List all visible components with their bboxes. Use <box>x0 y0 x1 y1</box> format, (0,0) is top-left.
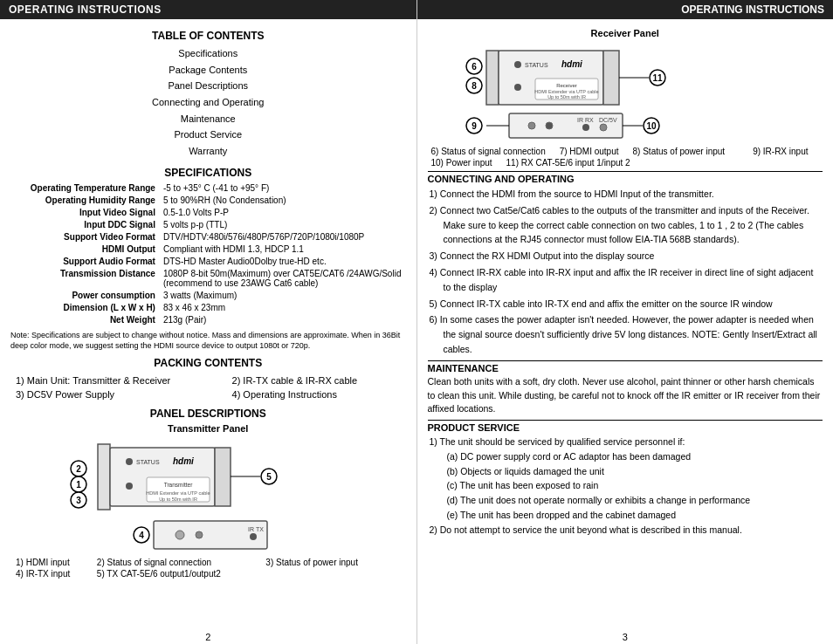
specs-title: SPECIFICATIONS <box>10 167 406 179</box>
svg-point-35 <box>514 61 521 68</box>
service-sub-items: (a) DC power supply cord or AC adaptor h… <box>430 449 823 523</box>
spec-label: Transmission Distance <box>10 268 161 290</box>
transmitter-diagram: 2 1 3 HDMI INPUT STATUS hdmi Tran <box>10 435 406 512</box>
svg-text:HDMI Extender via UTP cable: HDMI Extender via UTP cable <box>147 490 210 496</box>
spec-value: 0.5-1.0 Volts P-P <box>161 207 406 219</box>
spec-row: Operating Humidity Range 5 to 90%RH (No … <box>10 195 406 207</box>
spec-value: 3 watts (Maximum) <box>161 290 406 302</box>
spec-label: Operating Humidity Range <box>10 195 161 207</box>
svg-point-26 <box>196 531 203 538</box>
svg-rect-43 <box>603 51 619 105</box>
svg-text:IR RX: IR RX <box>577 117 594 123</box>
right-page-number: 3 <box>417 628 834 644</box>
section-divider <box>428 360 823 361</box>
svg-text:5: 5 <box>266 472 272 482</box>
toc-item: Specifications <box>10 45 406 62</box>
spec-value: 1080P 8-bit 50m(Maximum) over CAT5E/CAT6… <box>161 268 406 290</box>
svg-rect-24 <box>154 521 267 549</box>
packing-col2: 2) IR-TX cable & IR-RX cable <box>229 374 404 387</box>
svg-text:11: 11 <box>652 73 663 83</box>
ir-tx-diagram: 4 IR TX <box>10 514 406 554</box>
step-3: 3) Connect the RX HDMI Output into the d… <box>430 249 823 264</box>
panel-label-item: 3) Status of power input <box>265 558 400 567</box>
service-title: PRODUCT SERVICE <box>428 422 823 433</box>
spec-row: Transmission Distance 1080P 8-bit 50m(Ma… <box>10 268 406 290</box>
right-header: OPERATING INSTRUCTIONS <box>417 0 834 19</box>
left-column: OPERATING INSTRUCTIONS TABLE OF CONTENTS… <box>0 0 416 644</box>
svg-text:IR TX: IR TX <box>248 526 264 532</box>
packing-col1: 3) DC5V Power Supply <box>12 388 227 401</box>
rx-label: 10) Power input <box>431 158 492 168</box>
svg-point-53 <box>600 124 607 131</box>
receiver-labels: 6) Status of signal connection 7) HDMI o… <box>428 147 823 171</box>
step-1: 1) Connect the HDMI from the source to H… <box>430 187 823 202</box>
spec-value: 5 to 90%RH (No Condensation) <box>161 195 406 207</box>
svg-text:STATUS: STATUS <box>136 459 160 465</box>
svg-text:10: 10 <box>646 121 657 131</box>
svg-text:hdmi: hdmi <box>561 59 582 69</box>
spec-row: HDMI Output Compliant with HDMI 1.3, HDC… <box>10 243 406 256</box>
left-page-number: 2 <box>0 628 416 644</box>
toc-title: TABLE OF CONTENTS <box>10 30 406 42</box>
toc-list: Specifications Package Contents Panel De… <box>10 45 406 160</box>
packing-table: 1) Main Unit: Transmitter & Receiver 2) … <box>10 373 406 402</box>
service-sub-item: (a) DC power supply cord or AC adaptor h… <box>447 449 823 464</box>
receiver-panel-title: Receiver Panel <box>428 28 823 38</box>
toc-item: Warranty <box>10 143 406 160</box>
rx-label: 11) RX CAT-5E/6 input 1/input 2 <box>506 158 630 168</box>
svg-text:Up to 50m with IR: Up to 50m with IR <box>159 497 197 502</box>
service-list: 1) The unit should be serviced by qualif… <box>430 435 823 538</box>
panel-label-item: 1) HDMI input <box>16 558 95 567</box>
svg-point-48 <box>528 122 535 129</box>
panel-label-item: 5) TX CAT-5E/6 output1/output2 <box>97 569 401 579</box>
spec-row: Input DDC Signal 5 volts p-p (TTL) <box>10 219 406 231</box>
rx-label: 9) IR-RX input <box>753 147 808 156</box>
spec-row: Support Audio Format DTS-HD Master Audio… <box>10 256 406 268</box>
panel-title: PANEL DESCRIPTIONS <box>10 408 406 420</box>
svg-text:Up to 50m with IR: Up to 50m with IR <box>547 94 586 99</box>
spec-row: Dimension (L x W x H) 83 x 46 x 23mm <box>10 302 406 314</box>
connecting-steps: 1) Connect the HDMI from the source to H… <box>430 187 823 357</box>
toc-item: Panel Descriptions <box>10 78 406 94</box>
spec-value: 5 volts p-p (TTL) <box>161 219 406 231</box>
svg-text:DC/5V: DC/5V <box>599 117 617 123</box>
service-sub-item: (d) The unit does not operate normally o… <box>447 493 823 508</box>
spec-value: 213g (Pair) <box>161 314 406 326</box>
maintenance-title: MAINTENANCE <box>428 363 823 373</box>
packing-row: 3) DC5V Power Supply 4) Operating Instru… <box>12 388 404 401</box>
spec-row: Net Weight 213g (Pair) <box>10 314 406 326</box>
svg-rect-17 <box>215 448 231 506</box>
panel-label-row: 1) HDMI input 2) Status of signal connec… <box>16 558 401 567</box>
svg-text:STATUS: STATUS <box>525 62 548 68</box>
connecting-title: CONNECTING AND OPERATING <box>428 174 823 184</box>
svg-point-49 <box>546 122 553 129</box>
svg-point-38 <box>514 84 521 91</box>
svg-point-25 <box>176 531 184 539</box>
svg-rect-33 <box>486 51 499 105</box>
svg-text:4: 4 <box>139 531 144 540</box>
left-header: OPERATING INSTRUCTIONS <box>0 0 416 19</box>
packing-col2: 4) Operating Instructions <box>229 388 404 401</box>
rx-label: 7) HDMI output <box>560 147 619 156</box>
spec-label: Power consumption <box>10 290 161 302</box>
svg-rect-6 <box>98 444 110 510</box>
packing-col1: 1) Main Unit: Transmitter & Receiver <box>12 374 227 387</box>
svg-point-9 <box>126 458 133 465</box>
step-4: 4) Connect IR-RX cable into IR-RX input … <box>430 265 823 295</box>
toc-item: Maintenance <box>10 111 406 127</box>
panel-label-item: 2) Status of signal connection <box>97 558 264 567</box>
step-2-text: 2) Connect two Cat5e/Cat6 cables to the … <box>430 205 809 245</box>
toc-item: Package Contents <box>10 62 406 79</box>
service-sub-item: (c) The unit has been exposed to rain <box>447 478 823 493</box>
spec-label: Support Audio Format <box>10 256 161 268</box>
step-2: 2) Connect two Cat5e/Cat6 cables to the … <box>430 203 823 247</box>
left-content: TABLE OF CONTENTS Specifications Package… <box>0 19 416 628</box>
packing-title: PACKING CONTENTS <box>10 357 406 369</box>
svg-text:1: 1 <box>76 480 81 490</box>
service-sub-item: (b) Objects or liquids damaged the unit <box>447 464 823 479</box>
svg-text:6: 6 <box>472 62 477 72</box>
transmitter-panel-title: Transmitter Panel <box>10 423 406 434</box>
spec-row: Input Video Signal 0.5-1.0 Volts P-P <box>10 207 406 219</box>
maintenance-text: Clean both units with a soft, dry cloth.… <box>428 375 823 416</box>
svg-text:3: 3 <box>76 496 81 505</box>
